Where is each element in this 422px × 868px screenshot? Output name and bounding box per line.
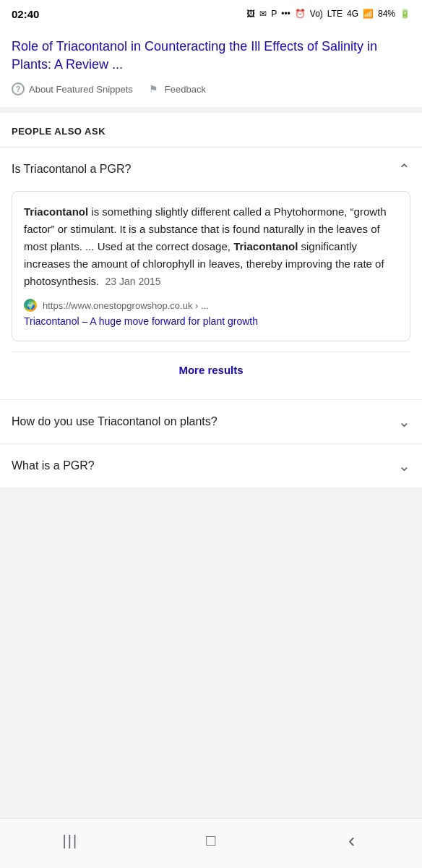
status-bar: 02:40 🖼 ✉ P ••• ⏰ Vo) LTE 4G 📶 84% 🔋: [0, 0, 422, 26]
back-button[interactable]: ‹: [339, 827, 365, 854]
people-also-ask-section: PEOPLE ALSO ASK Is Triacontanol a PGR? ⌃…: [0, 113, 422, 488]
qa-item-3: What is a PGR? ⌄: [0, 444, 422, 488]
qa-item-1: Is Triacontanol a PGR? ⌃ Triacontanol is…: [0, 148, 422, 400]
qa-source-link-1[interactable]: Triacontanol – A huge move forward for p…: [24, 315, 398, 329]
feedback-label: Feedback: [165, 84, 206, 95]
nav-bar: ||| □ ‹: [0, 818, 422, 868]
more-results-button[interactable]: More results: [12, 352, 410, 388]
mail-icon: ✉: [259, 9, 267, 19]
signal-bars-icon: 📶: [363, 9, 374, 19]
alarm-icon: ⏰: [295, 9, 306, 19]
recent-apps-icon: |||: [63, 833, 79, 849]
result-card: Role of Triacontanol in Counteracting th…: [0, 26, 422, 107]
battery-label: 84%: [378, 9, 395, 19]
qa-source-1: 🌍 https://www.onestopgrowshop.co.uk › ..…: [24, 299, 398, 312]
recent-apps-button[interactable]: |||: [57, 827, 83, 854]
paypal-icon: P: [271, 9, 277, 19]
qa-question-3[interactable]: What is a PGR? ⌄: [0, 444, 422, 488]
back-icon: ‹: [348, 829, 355, 852]
chevron-down-icon-3: ⌄: [398, 457, 410, 475]
qa-source-url-1: https://www.onestopgrowshop.co.uk › ...: [43, 300, 209, 311]
signal-label: Vo): [310, 9, 323, 19]
feedback-button[interactable]: ⚑ Feedback: [147, 82, 206, 95]
gallery-icon: 🖼: [246, 9, 255, 19]
network-label: 4G: [347, 9, 358, 19]
status-time: 02:40: [12, 8, 39, 20]
result-meta: ? About Featured Snippets ⚑ Feedback: [12, 82, 410, 95]
status-icons: 🖼 ✉ P ••• ⏰ Vo) LTE 4G 📶 84% 🔋: [246, 9, 410, 19]
about-snippets-label: About Featured Snippets: [29, 84, 133, 95]
qa-question-1[interactable]: Is Triacontanol a PGR? ⌃: [0, 148, 422, 191]
flag-icon: ⚑: [147, 82, 160, 95]
qa-question-text-3: What is a PGR?: [12, 459, 391, 472]
lte-label: LTE: [327, 9, 343, 19]
paa-header: PEOPLE ALSO ASK: [0, 113, 422, 148]
result-title[interactable]: Role of Triacontanol in Counteracting th…: [12, 38, 410, 74]
qa-answer-card-1: Triacontanol is something slightly diffe…: [12, 191, 410, 341]
chevron-down-icon-2: ⌄: [398, 413, 410, 430]
battery-icon: 🔋: [400, 9, 410, 19]
question-icon: ?: [12, 82, 25, 95]
qa-answer-1: Triacontanol is something slightly diffe…: [0, 191, 422, 399]
qa-date-1: 23 Jan 2015: [106, 276, 161, 287]
qa-question-2[interactable]: How do you use Triacontanol on plants? ⌄: [0, 400, 422, 443]
source-favicon-1: 🌍: [24, 299, 37, 312]
more-icon: •••: [281, 9, 290, 19]
qa-answer-text-1: Triacontanol is something slightly diffe…: [24, 203, 398, 290]
about-snippets-button[interactable]: ? About Featured Snippets: [12, 82, 133, 95]
qa-question-text-2: How do you use Triacontanol on plants?: [12, 415, 391, 428]
qa-source-info-1: https://www.onestopgrowshop.co.uk › ...: [43, 299, 209, 312]
home-button[interactable]: □: [198, 827, 224, 854]
chevron-up-icon-1: ⌃: [398, 161, 410, 178]
home-icon: □: [206, 831, 215, 850]
qa-question-text-1: Is Triacontanol a PGR?: [12, 163, 391, 176]
qa-item-2: How do you use Triacontanol on plants? ⌄: [0, 400, 422, 444]
